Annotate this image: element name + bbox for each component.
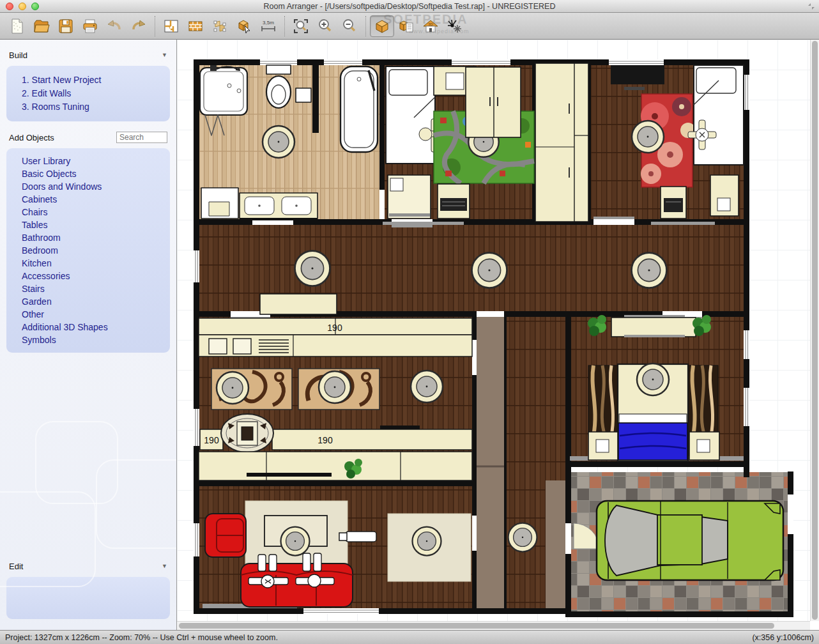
tv[interactable] [611, 65, 664, 84]
vertical-scrollbar[interactable] [810, 40, 819, 621]
ruler-icon: 3,5m [259, 18, 278, 34]
rooms-tuning-link[interactable]: 3. Rooms Tuning [22, 100, 170, 114]
measure-button[interactable]: 3,5m [256, 15, 280, 37]
kitchen[interactable]: 190 [199, 318, 472, 480]
object-list-3d-button[interactable] [394, 15, 418, 37]
counter-row-bottom[interactable] [199, 452, 472, 480]
ceiling-light[interactable] [319, 371, 351, 403]
fullscreen-icon[interactable] [808, 3, 815, 10]
edit-points-button[interactable] [208, 15, 232, 37]
svg-text:3D: 3D [428, 22, 433, 26]
corridor2-floor[interactable] [546, 480, 565, 611]
category-doors-and-windows[interactable]: Doors and Windows [22, 180, 170, 193]
ceiling-light[interactable] [509, 523, 537, 552]
category-cabinets[interactable]: Cabinets [22, 193, 170, 206]
walk-3d-button[interactable]: 3D [418, 15, 443, 37]
horizontal-scrollbar-thumb[interactable] [179, 623, 774, 629]
ceiling-light[interactable] [411, 371, 443, 402]
dimension-label: 190 [204, 435, 219, 445]
status-cursor-position: (x:356 y:1006cm) [752, 633, 814, 642]
redo-button[interactable] [126, 15, 151, 37]
dresser[interactable] [611, 318, 696, 337]
zoom-in-button[interactable] [313, 15, 337, 37]
category-additional-3d-shapes[interactable]: Additional 3D Shapes [22, 321, 170, 334]
bathtub[interactable] [341, 66, 378, 152]
ceiling-light[interactable] [632, 121, 664, 153]
drawing-canvas[interactable]: 190 [177, 40, 819, 630]
bed[interactable] [694, 65, 744, 165]
ceiling-light[interactable] [413, 527, 441, 556]
open-button[interactable] [29, 15, 54, 37]
wardrobe-column[interactable] [535, 63, 588, 222]
brick-wall-icon [187, 18, 204, 34]
bed-small[interactable] [388, 175, 431, 218]
view-3d-button[interactable] [370, 15, 394, 37]
nightstand[interactable] [689, 432, 719, 460]
sofa[interactable] [241, 564, 353, 607]
category-accessories[interactable]: Accessories [22, 270, 170, 282]
ceiling-light[interactable] [281, 527, 310, 556]
ceiling-light[interactable] [295, 251, 330, 286]
new-document-button[interactable] [5, 15, 29, 37]
floppy-icon [57, 18, 74, 34]
category-stairs[interactable]: Stairs [22, 282, 170, 295]
zebra-rug[interactable] [688, 365, 718, 436]
floor-plan-button[interactable] [159, 15, 183, 37]
add-objects-header: Add Objects [0, 131, 176, 144]
walls-button[interactable] [183, 15, 208, 37]
washing-machine[interactable] [201, 188, 238, 218]
category-garden[interactable]: Garden [22, 295, 170, 308]
ceiling-light[interactable] [263, 126, 295, 158]
print-button[interactable] [78, 15, 102, 37]
svg-text:3,5m: 3,5m [263, 20, 274, 26]
category-bathroom[interactable]: Bathroom [22, 231, 170, 244]
start-new-project-link[interactable]: 1. Start New Project [22, 73, 170, 87]
floor-plan[interactable]: 190 [177, 40, 809, 621]
category-other[interactable]: Other [22, 308, 170, 321]
horizontal-scrollbar[interactable] [177, 621, 810, 630]
bench[interactable] [339, 532, 376, 542]
category-chairs[interactable]: Chairs [22, 206, 170, 218]
toilet[interactable] [266, 65, 291, 108]
car[interactable] [597, 501, 783, 580]
wall-stub[interactable] [312, 65, 319, 133]
ceiling-light[interactable] [217, 372, 249, 404]
effects-button[interactable] [443, 15, 467, 37]
corridor-floor[interactable] [477, 314, 504, 611]
save-button[interactable] [54, 15, 78, 37]
collapse-edit-icon[interactable]: ▼ [162, 563, 167, 569]
desk[interactable] [661, 187, 686, 218]
category-user-library[interactable]: User Library [22, 155, 170, 167]
armchair[interactable] [205, 514, 246, 557]
zebra-rug[interactable] [588, 365, 618, 436]
dimension-label: 190 [327, 323, 342, 333]
shower-sink[interactable] [200, 65, 247, 115]
desk-with-keyboard[interactable] [438, 184, 470, 218]
search-input[interactable] [116, 132, 167, 143]
zoom-all-button[interactable] [289, 15, 313, 37]
sideboard[interactable] [260, 294, 337, 314]
dining-table[interactable] [221, 414, 273, 452]
kitchen-counter-top[interactable]: 190 [199, 318, 472, 356]
edit-walls-link[interactable]: 2. Edit Walls [22, 87, 170, 100]
ceiling-light[interactable] [637, 364, 669, 395]
insert-object-button[interactable] [232, 15, 256, 37]
wall-niche[interactable] [296, 88, 311, 102]
side-table[interactable] [710, 175, 739, 216]
category-basic-objects[interactable]: Basic Objects [22, 167, 170, 180]
ceiling-light[interactable] [632, 253, 667, 288]
vanity-double-sink[interactable] [240, 193, 318, 220]
ceiling-light[interactable] [472, 253, 507, 288]
cabinets[interactable] [466, 67, 521, 137]
zoom-out-button[interactable] [337, 15, 362, 37]
garage[interactable] [574, 501, 783, 580]
vertical-scrollbar-thumb[interactable] [812, 41, 818, 620]
nightstand[interactable] [588, 432, 618, 460]
undo-button[interactable] [102, 15, 126, 37]
category-tables[interactable]: Tables [22, 218, 170, 231]
category-kitchen[interactable]: Kitchen [22, 257, 170, 270]
category-symbols[interactable]: Symbols [22, 334, 170, 346]
collapse-build-icon[interactable]: ▼ [162, 52, 167, 58]
category-bedroom[interactable]: Bedroom [22, 244, 170, 257]
bed[interactable] [386, 66, 435, 164]
